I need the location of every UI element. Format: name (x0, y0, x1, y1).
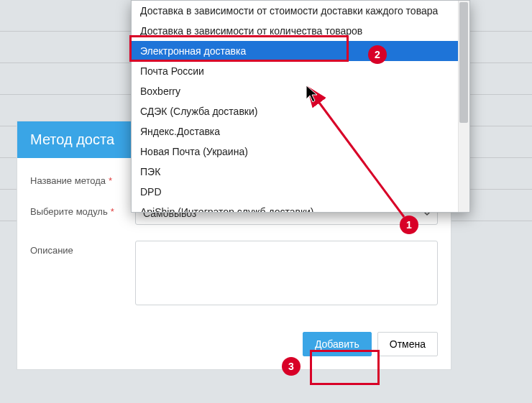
dropdown-option[interactable]: Почта России (132, 61, 469, 81)
dropdown-option[interactable]: Доставка в зависимости от стоимости дост… (132, 1, 469, 21)
dropdown-option[interactable]: Яндекс.Доставка (132, 121, 469, 142)
submit-button[interactable]: Добавить (303, 332, 372, 356)
module-dropdown: Доставка в зависимости от стоимости дост… (131, 0, 470, 213)
dropdown-inner: Доставка в зависимости от стоимости дост… (132, 1, 469, 213)
dropdown-option[interactable]: Boxberry (132, 81, 469, 101)
dropdown-option[interactable]: ПЭК (132, 162, 469, 182)
dropdown-option[interactable]: СДЭК (Служба доставки) (132, 101, 469, 121)
required-mark: * (109, 175, 112, 186)
label-method-name: Название метода* (30, 171, 135, 186)
modal-footer: Добавить Отмена (17, 323, 451, 369)
cancel-button[interactable]: Отмена (377, 332, 438, 356)
label-description: Описание (30, 241, 135, 256)
dropdown-option[interactable]: Доставка в зависимости от количества тов… (132, 21, 469, 41)
dropdown-option[interactable]: Новая Почта (Украина) (132, 142, 469, 162)
dropdown-option[interactable]: Электронная доставка (132, 41, 469, 61)
dropdown-scrollbar[interactable] (458, 1, 469, 212)
field-row-description: Описание (30, 241, 438, 307)
label-select-module: Выберите модуль* (30, 202, 135, 217)
dropdown-option[interactable]: ApiShip (Интегратор служб доставки) (132, 202, 469, 213)
dropdown-option[interactable]: DPD (132, 182, 469, 202)
description-textarea[interactable] (135, 241, 438, 305)
required-mark: * (111, 206, 114, 217)
scrollbar-thumb[interactable] (459, 2, 468, 123)
